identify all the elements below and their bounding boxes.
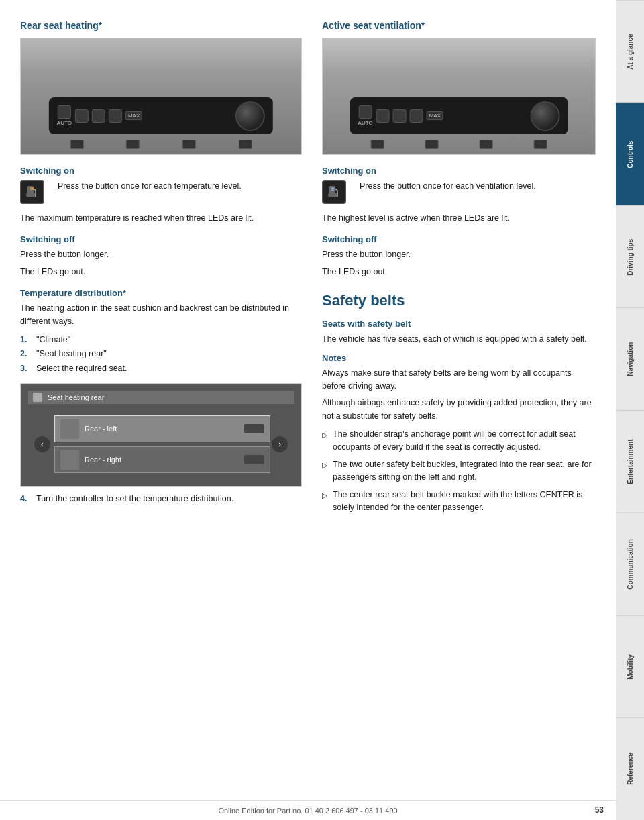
notes-text1: Always make sure that safety belts are b…: [322, 367, 596, 393]
bullet-item-3: ▷ The center rear seat belt buckle marke…: [322, 489, 596, 515]
left-btn-group: AUTO MAX: [57, 105, 142, 126]
seat-btn1: [75, 109, 89, 123]
left-switching-off-title: Switching off: [20, 234, 302, 244]
right-switching-off-text1: Press the button longer.: [322, 248, 596, 261]
bullet-arrow-3: ▷: [322, 490, 327, 501]
seat-heating-icon: [25, 185, 40, 199]
right-column: Active seat ventilation* AUTO: [322, 20, 596, 800]
screen-nav-left[interactable]: ‹: [34, 436, 50, 452]
seat-btn4: [376, 109, 390, 123]
right-switching-off-text2: The LEDs go out.: [322, 266, 596, 278]
left-switching-on-body: The maximum temperature is reached when …: [20, 212, 302, 225]
safety-belts-title: Safety belts: [322, 292, 596, 309]
seats-body: The vehicle has five seats, each of whic…: [322, 333, 596, 346]
right-switching-on-body: The highest level is active when three L…: [322, 212, 596, 225]
auto-btn: [58, 105, 71, 119]
page-number: 53: [595, 805, 604, 815]
bullet-arrow-1: ▷: [322, 429, 327, 441]
seat-btn2: [92, 109, 105, 123]
list-item-1: 1. "Climate": [20, 334, 302, 346]
car-panel-sim: AUTO MAX: [21, 38, 301, 154]
seat-vent-icon-box: [322, 180, 346, 204]
notes-title: Notes: [322, 353, 596, 363]
auto-btn2: [359, 105, 372, 119]
screen-small-icon: [33, 393, 42, 402]
seat-btn3: [109, 109, 122, 123]
sidebar: At a glance Controls Driving tips Naviga…: [616, 0, 644, 820]
left-switching-on-text: Press the button once for each temperatu…: [58, 180, 302, 193]
sidebar-item-communication[interactable]: Communication: [616, 513, 644, 615]
screen-title-bar: Seat heating rear: [28, 391, 294, 404]
footer-text: Online Edition for Part no. 01 40 2 606 …: [218, 807, 397, 815]
right-switching-on-title: Switching on: [322, 166, 596, 176]
notes-text2: Although airbags enhance safety by provi…: [322, 397, 596, 423]
bullet-item-1: ▷ The shoulder strap's anchorage point w…: [322, 428, 596, 454]
sidebar-item-mobility[interactable]: Mobility: [616, 615, 644, 718]
bullet-list: ▷ The shoulder strap's anchorage point w…: [322, 428, 596, 514]
left-temp-dist-body: The heating action in the seat cushion a…: [20, 302, 302, 328]
screen-panel: Seat heating rear ‹ Rear - left: [21, 384, 301, 486]
svg-rect-1: [26, 193, 36, 197]
right-section-title: Active seat ventilation*: [322, 20, 596, 31]
right-btn-group: AUTO MAX: [358, 105, 443, 126]
seats-title: Seats with safety belt: [322, 319, 596, 329]
seat-btn5: [393, 109, 407, 123]
svg-rect-5: [328, 193, 337, 197]
right-knob2: [530, 101, 559, 131]
car-panel-sim2: AUTO MAX: [323, 38, 595, 154]
seat-ventilation-icon: [327, 185, 341, 199]
left-switching-off-text1: Press the button longer.: [20, 248, 302, 261]
left-column: Rear seat heating* AUTO: [20, 20, 302, 800]
right-switching-on-block: Press the button once for each ventilati…: [322, 180, 596, 207]
two-col-layout: Rear seat heating* AUTO: [20, 20, 596, 800]
right-knob: [235, 101, 265, 131]
left-switching-on-title: Switching on: [20, 166, 302, 176]
screen-row-rear-right: Rear - right: [54, 446, 270, 473]
page-container: Rear seat heating* AUTO: [0, 0, 644, 820]
control-panel-row2: AUTO MAX: [350, 97, 568, 134]
left-numbered-list: 1. "Climate" 2. "Seat heating rear" 3. S…: [20, 334, 302, 375]
left-switching-on-block: Press the button once for each temperatu…: [20, 180, 302, 207]
page-footer: Online Edition for Part no. 01 40 2 606 …: [0, 800, 616, 820]
sidebar-item-at-a-glance[interactable]: At a glance: [616, 0, 644, 103]
screen-nav-right[interactable]: ›: [272, 436, 288, 452]
control-panel-row: AUTO MAX: [49, 97, 273, 134]
list-item-3: 3. Select the required seat.: [20, 362, 302, 375]
seat-heating-screen-image: Seat heating rear ‹ Rear - left: [20, 383, 302, 487]
sidebar-item-reference[interactable]: Reference: [616, 717, 644, 820]
left-temp-dist-title: Temperature distribution*: [20, 288, 302, 298]
bullet-item-2: ▷ The two outer safety belt buckles, int…: [322, 458, 596, 484]
active-seat-ventilation-image: AUTO MAX: [322, 38, 596, 155]
sidebar-item-driving-tips[interactable]: Driving tips: [616, 205, 644, 308]
screen-row-rear-left: Rear - left: [54, 415, 270, 442]
sidebar-item-navigation[interactable]: Navigation: [616, 307, 644, 410]
left-step4-wrap: 4. Turn the controller to set the temper…: [20, 493, 302, 505]
right-switching-on-text: Press the button once for each ventilati…: [360, 180, 596, 193]
bullet-arrow-2: ▷: [322, 460, 327, 471]
sidebar-item-entertainment[interactable]: Entertainment: [616, 410, 644, 513]
list-item-2: 2. "Seat heating rear": [20, 348, 302, 360]
sidebar-item-controls[interactable]: Controls: [616, 103, 644, 205]
left-section-title: Rear seat heating*: [20, 20, 302, 31]
left-switching-off-text2: The LEDs go out.: [20, 266, 302, 278]
seat-btn6: [410, 109, 423, 123]
seat-heat-icon-box: [20, 180, 44, 204]
main-content: Rear seat heating* AUTO: [0, 0, 616, 820]
rear-seat-heating-image: AUTO MAX: [20, 38, 302, 155]
right-switching-off-title: Switching off: [322, 234, 596, 244]
